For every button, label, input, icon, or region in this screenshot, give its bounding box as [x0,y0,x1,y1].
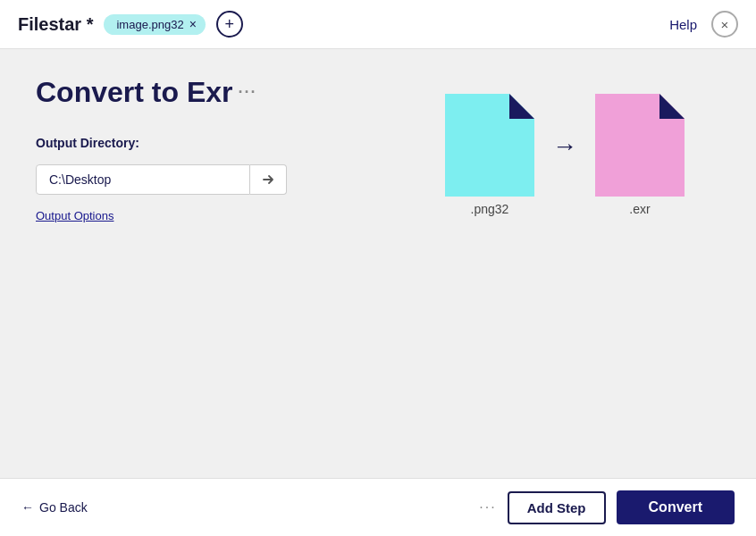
add-file-button[interactable]: + [216,11,243,38]
output-directory-input[interactable] [36,164,250,195]
help-link[interactable]: Help [669,17,697,32]
header-right: Help × [669,11,738,38]
page-title-dots: ··· [238,83,256,102]
go-back-label: Go Back [39,500,88,515]
browse-button[interactable] [250,164,287,195]
more-options-button[interactable]: ··· [479,499,496,515]
header-left: Filestar * image.png32 × + [18,11,243,38]
target-file-icon [595,94,685,197]
file-tag-name: image.png32 [116,18,183,31]
conversion-arrow: → [552,132,577,161]
target-file-icon-wrap: .exr [595,94,685,216]
source-file-ext: .png32 [471,202,509,216]
footer-right: ··· Add Step Convert [479,490,735,524]
back-arrow-icon: ← [21,500,34,515]
source-file-icon-wrap: .png32 [445,94,534,216]
app-title: Filestar * [18,14,93,35]
convert-button[interactable]: Convert [617,490,735,524]
page-title-text: Convert to Exr [36,76,232,109]
target-file-ext: .exr [629,202,650,216]
app-header: Filestar * image.png32 × + Help × [0,0,756,49]
add-step-button[interactable]: Add Step [508,491,606,524]
conversion-diagram: .png32 → .exr [445,94,685,216]
close-button[interactable]: × [711,11,738,38]
file-tag-close-icon[interactable]: × [189,18,197,30]
source-file-icon [445,94,534,197]
main-content: Convert to Exr ··· Output Directory: Out… [0,49,756,478]
arrow-right-icon [261,172,275,187]
file-tag: image.png32 × [104,14,205,35]
app-footer: ← Go Back ··· Add Step Convert [0,478,756,536]
go-back-button[interactable]: ← Go Back [21,500,88,515]
